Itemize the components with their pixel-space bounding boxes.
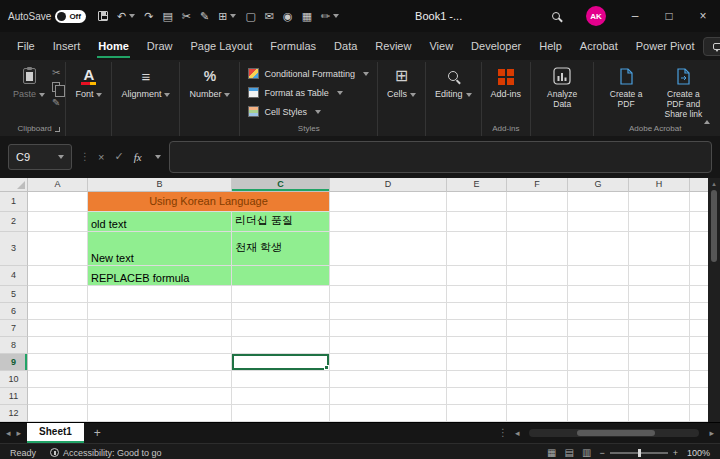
cell-F11[interactable] xyxy=(507,388,568,405)
hscroll-right-icon[interactable]: ▸ xyxy=(709,428,714,438)
cell-E8[interactable] xyxy=(447,337,507,354)
alignment-button[interactable]: ≡ Alignment xyxy=(117,62,174,102)
search-icon[interactable] xyxy=(538,11,574,22)
cell-H1[interactable] xyxy=(629,192,690,212)
close-button[interactable]: × xyxy=(686,0,720,32)
minimize-button[interactable]: – xyxy=(618,0,652,32)
cell-H8[interactable] xyxy=(629,337,690,354)
number-button[interactable]: % Number xyxy=(185,62,234,102)
cell-F9[interactable] xyxy=(507,354,568,371)
tab-scroll-right-icon[interactable]: ▸ xyxy=(17,428,22,438)
row-header-3[interactable]: 3 xyxy=(0,232,28,266)
maximize-button[interactable]: □ xyxy=(652,0,686,32)
menu-tab-help[interactable]: Help xyxy=(530,32,571,60)
autosave-toggle[interactable]: AutoSave Off xyxy=(8,10,86,23)
cell-D12[interactable] xyxy=(330,405,447,422)
cell-B2[interactable]: old text xyxy=(88,212,232,232)
cell-A3[interactable] xyxy=(28,232,88,266)
horizontal-scrollbar[interactable] xyxy=(529,429,699,437)
cell-E3[interactable] xyxy=(447,232,507,266)
cell-C8[interactable] xyxy=(232,337,330,354)
cell-E2[interactable] xyxy=(447,212,507,232)
tabbar-drag-handle[interactable]: ⋮ xyxy=(498,427,509,438)
menu-tab-home[interactable]: Home xyxy=(89,32,138,60)
copy-icon[interactable] xyxy=(52,82,60,94)
cell-C7[interactable] xyxy=(232,320,330,337)
cell-D5[interactable] xyxy=(330,286,447,303)
paste-button[interactable]: Paste xyxy=(9,62,49,102)
cell-C5[interactable] xyxy=(232,286,330,303)
menu-tab-data[interactable]: Data xyxy=(325,32,366,60)
cell-E11[interactable] xyxy=(447,388,507,405)
cell-F4[interactable] xyxy=(507,266,568,286)
cell-F2[interactable] xyxy=(507,212,568,232)
column-header-H[interactable]: H xyxy=(629,178,690,192)
cell-A6[interactable] xyxy=(28,303,88,320)
cell-H3[interactable] xyxy=(629,232,690,266)
enter-icon[interactable]: ✓ xyxy=(114,150,123,163)
row-header-9[interactable]: 9 xyxy=(0,354,28,371)
cell-G6[interactable] xyxy=(568,303,629,320)
cell-E7[interactable] xyxy=(447,320,507,337)
cell-E5[interactable] xyxy=(447,286,507,303)
formula-bar-drag-handle[interactable]: ⋮ xyxy=(80,151,90,162)
menu-tab-draw[interactable]: Draw xyxy=(138,32,182,60)
cell-styles-button[interactable]: Cell Styles xyxy=(245,103,324,120)
cell-B9[interactable] xyxy=(88,354,232,371)
conditional-formatting-button[interactable]: Conditional Formatting xyxy=(245,65,372,82)
cell-H6[interactable] xyxy=(629,303,690,320)
cell-G10[interactable] xyxy=(568,371,629,388)
cell-B10[interactable] xyxy=(88,371,232,388)
zoom-slider[interactable] xyxy=(610,452,668,454)
column-header-F[interactable]: F xyxy=(507,178,568,192)
collapse-ribbon-icon[interactable] xyxy=(701,113,710,131)
page-layout-view-icon[interactable]: ▤ xyxy=(565,448,574,458)
row-header-12[interactable]: 12 xyxy=(0,405,28,422)
cell-D10[interactable] xyxy=(330,371,447,388)
save-icon[interactable] xyxy=(98,11,108,21)
cell-C11[interactable] xyxy=(232,388,330,405)
cell-A9[interactable] xyxy=(28,354,88,371)
cell-B4[interactable]: REPLACEB formula xyxy=(88,266,232,286)
row-header-8[interactable]: 8 xyxy=(0,337,28,354)
name-box[interactable]: C9 xyxy=(8,144,72,170)
cell-F6[interactable] xyxy=(507,303,568,320)
row-header-2[interactable]: 2 xyxy=(0,212,28,232)
cell-G2[interactable] xyxy=(568,212,629,232)
cell-H10[interactable] xyxy=(629,371,690,388)
row-header-1[interactable]: 1 xyxy=(0,192,28,212)
cell-D3[interactable] xyxy=(330,232,447,266)
menu-tab-developer[interactable]: Developer xyxy=(462,32,530,60)
format-as-table-button[interactable]: Format as Table xyxy=(245,84,345,101)
cell-C9[interactable] xyxy=(232,354,330,371)
cell-D9[interactable] xyxy=(330,354,447,371)
addins-button[interactable]: Add-ins xyxy=(487,62,526,102)
hscroll-left-icon[interactable]: ◂ xyxy=(515,428,520,438)
email-icon[interactable]: ✉ xyxy=(265,11,274,22)
cell-G8[interactable] xyxy=(568,337,629,354)
row-header-11[interactable]: 11 xyxy=(0,388,28,405)
cell-H12[interactable] xyxy=(629,405,690,422)
row-header-10[interactable]: 10 xyxy=(0,371,28,388)
dialog-launcher-icon[interactable] xyxy=(55,127,60,132)
editing-button[interactable]: Editing xyxy=(431,62,476,102)
cell-D8[interactable] xyxy=(330,337,447,354)
menu-tab-power-pivot[interactable]: Power Pivot xyxy=(627,32,704,60)
column-header-E[interactable]: E xyxy=(447,178,507,192)
row-header-6[interactable]: 6 xyxy=(0,303,28,320)
cell-H7[interactable] xyxy=(629,320,690,337)
column-header-G[interactable]: G xyxy=(568,178,629,192)
cell-D11[interactable] xyxy=(330,388,447,405)
comments-button[interactable]: Comments xyxy=(703,37,720,56)
cell-E10[interactable] xyxy=(447,371,507,388)
cell-E1[interactable] xyxy=(447,192,507,212)
cell-H11[interactable] xyxy=(629,388,690,405)
menu-tab-review[interactable]: Review xyxy=(366,32,420,60)
cell-H4[interactable] xyxy=(629,266,690,286)
scroll-up-icon[interactable]: ▴ xyxy=(712,180,716,187)
cell-B7[interactable] xyxy=(88,320,232,337)
zoom-in-icon[interactable]: + xyxy=(673,448,678,458)
cell-E6[interactable] xyxy=(447,303,507,320)
cell-F12[interactable] xyxy=(507,405,568,422)
borders-icon[interactable]: ⊞ xyxy=(218,11,236,22)
